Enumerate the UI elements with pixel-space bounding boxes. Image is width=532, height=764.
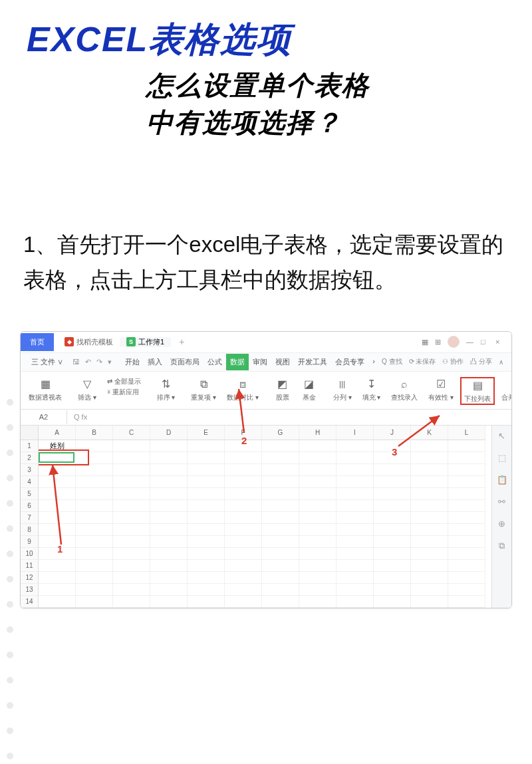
table-row[interactable] — [39, 512, 491, 524]
search-button[interactable]: Q 查找 — [382, 357, 402, 366]
reapply-label: ☓ 重新应用 — [107, 388, 139, 397]
avatar[interactable] — [448, 336, 460, 348]
tab-templates[interactable]: ◆ 找稻壳模板 — [58, 337, 120, 347]
template-icon: ◆ — [65, 337, 74, 346]
template-label: 找稻壳模板 — [76, 337, 113, 347]
tool-sort[interactable]: ⇅ 排序 ▾ — [153, 377, 180, 402]
menu-up-icon[interactable]: ∧ — [499, 358, 503, 366]
tab-dev[interactable]: 开发工具 — [294, 354, 331, 370]
cursor-icon[interactable]: ↖ — [498, 431, 505, 441]
table-row[interactable] — [39, 476, 491, 488]
table-row[interactable] — [39, 524, 491, 536]
row-7[interactable]: 7 — [21, 512, 38, 524]
select-all-corner[interactable] — [21, 426, 38, 440]
clipboard-icon[interactable]: 📋 — [497, 475, 507, 485]
row-12[interactable]: 12 — [21, 572, 38, 584]
tab-layout[interactable]: 页面布局 — [166, 354, 203, 370]
tool-split[interactable]: ⫼ 分列 ▾ — [329, 377, 356, 402]
dropdown-icon: ▤ — [469, 378, 485, 393]
link-icon[interactable]: ⚯ — [498, 497, 505, 507]
workbook-label: 工作簿1 — [138, 337, 164, 347]
table-row[interactable] — [39, 500, 491, 512]
tab-review[interactable]: 审阅 — [249, 354, 271, 370]
undo-icon[interactable]: ↶ — [85, 358, 91, 366]
print-icon[interactable]: ▾ — [108, 358, 112, 366]
row-1[interactable]: 1 — [21, 440, 38, 452]
tab-insert[interactable]: 插入 — [144, 354, 166, 370]
minimize-icon[interactable]: — — [466, 338, 474, 346]
tool-fund[interactable]: ◪ 基金 — [297, 377, 321, 402]
row-2[interactable]: 2 — [21, 452, 38, 464]
tool-dropdown[interactable]: ▤ 下拉列表 — [460, 377, 495, 405]
tool-filter[interactable]: ▽ 筛选 ▾ — [74, 377, 100, 402]
table-row[interactable] — [39, 488, 491, 500]
add-tab-button[interactable]: + — [171, 336, 192, 347]
table-row[interactable] — [39, 548, 491, 560]
tool-stock[interactable]: ◩ 股票 — [271, 377, 295, 402]
tab-data[interactable]: 数据 — [226, 354, 249, 370]
tool-findrec[interactable]: ⌕ 查找录入 — [387, 377, 422, 402]
tab-vip[interactable]: 会员专享 — [331, 354, 368, 370]
workbook-icon: S — [126, 337, 136, 346]
table-row[interactable] — [39, 452, 491, 464]
dup-label: 重复项 ▾ — [191, 393, 216, 402]
tab-workbook[interactable]: S 工作簿1 — [120, 337, 171, 347]
save-icon[interactable]: 🖫 — [72, 358, 80, 366]
row-14[interactable]: 14 — [21, 596, 38, 608]
grid-icon[interactable]: ▦ — [422, 338, 428, 346]
table-row[interactable] — [39, 560, 491, 572]
spreadsheet-grid[interactable]: 1 2 3 4 5 6 7 8 9 10 11 12 13 14 A B C D… — [21, 426, 511, 608]
row-3[interactable]: 3 — [21, 464, 38, 476]
col-g[interactable]: G — [262, 426, 299, 440]
tool-fill[interactable]: ↧ 填充 ▾ — [358, 377, 385, 402]
row-8[interactable]: 8 — [21, 524, 38, 536]
table-row[interactable] — [39, 596, 491, 608]
close-icon[interactable]: × — [495, 338, 503, 346]
tool-filter-opts[interactable]: ⇄ 全部显示 ☓ 重新应用 — [103, 377, 145, 397]
tab-formula[interactable]: 公式 — [203, 354, 226, 370]
annotation-label-1: 1 — [57, 543, 63, 555]
row-10[interactable]: 10 — [21, 548, 38, 560]
cog-icon[interactable]: ⊕ — [498, 519, 505, 529]
table-row[interactable] — [39, 536, 491, 548]
row-6[interactable]: 6 — [21, 500, 38, 512]
name-box[interactable]: A2 — [21, 410, 67, 424]
col-e[interactable]: E — [188, 426, 225, 440]
row-9[interactable]: 9 — [21, 536, 38, 548]
col-i[interactable]: I — [336, 426, 374, 440]
table-row[interactable] — [39, 584, 491, 596]
col-l[interactable]: L — [448, 426, 485, 440]
copy-icon[interactable]: ⧉ — [499, 541, 505, 551]
redo-icon[interactable]: ↷ — [96, 358, 102, 366]
col-b[interactable]: B — [76, 426, 113, 440]
col-h[interactable]: H — [299, 426, 336, 440]
file-menu[interactable]: 三 文件 ∨ — [26, 357, 68, 367]
tool-validity[interactable]: ☑ 有效性 ▾ — [424, 377, 458, 402]
grid2-icon[interactable]: ⊞ — [435, 338, 441, 346]
table-row[interactable] — [39, 572, 491, 584]
fx-label[interactable]: Q fx — [67, 413, 94, 421]
select-icon[interactable]: ⬚ — [498, 453, 506, 463]
tab-start[interactable]: 开始 — [121, 354, 144, 370]
row-13[interactable]: 13 — [21, 584, 38, 596]
tab-more[interactable]: › — [368, 354, 379, 370]
share-button[interactable]: 凸 分享 — [470, 357, 492, 366]
col-d[interactable]: D — [150, 426, 188, 440]
menubar: 三 文件 ∨ 🖫 ↶ ↷ ▾ 开始 插入 页面布局 公式 数据 审阅 视图 开发… — [21, 353, 511, 372]
table-row[interactable] — [39, 464, 491, 476]
row-11[interactable]: 11 — [21, 560, 38, 572]
maximize-icon[interactable]: □ — [481, 338, 489, 346]
tab-view[interactable]: 视图 — [271, 354, 294, 370]
tab-home[interactable]: 首页 — [21, 333, 54, 351]
tool-pivot[interactable]: ▦ 数据透视表 — [25, 377, 66, 402]
collab-button[interactable]: ⚇ 协作 — [442, 357, 464, 366]
tool-consolidate[interactable]: ⊞ 合并计算 — [497, 377, 512, 402]
row-5[interactable]: 5 — [21, 488, 38, 500]
col-c[interactable]: C — [113, 426, 150, 440]
step-1-text: 1、首先打开一个excel电子表格，选定需要设置的表格，点击上方工具栏中的数据按… — [0, 148, 532, 318]
tool-dup[interactable]: ⧉ 重复项 ▾ — [187, 377, 220, 402]
arrow-2 — [232, 385, 259, 438]
row-4[interactable]: 4 — [21, 476, 38, 488]
col-a[interactable]: A — [39, 426, 76, 440]
unsaved-status[interactable]: ⟳ 未保存 — [409, 357, 436, 366]
